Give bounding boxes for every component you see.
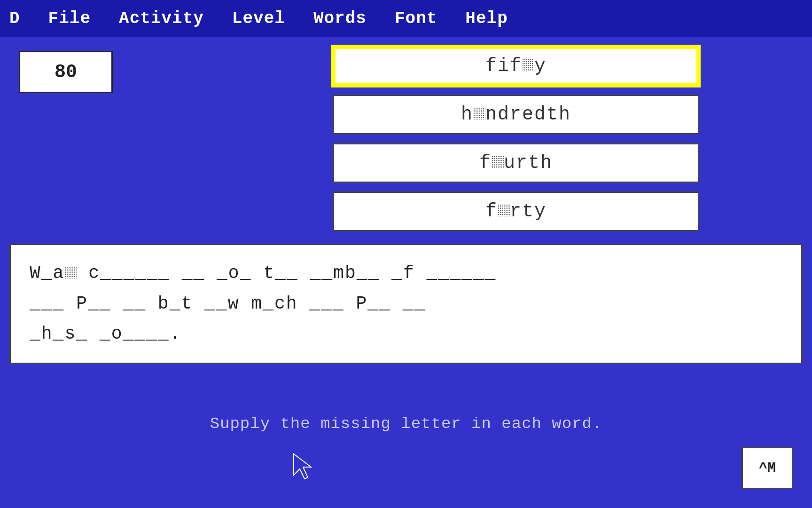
menu-activity[interactable]: Activity [119,9,204,28]
word-choice-fifty[interactable]: fify [333,46,699,86]
ctrl-m-button[interactable]: ^M [742,447,793,489]
missing-letter-icon [522,59,534,71]
instruction-text: Supply the missing letter in each word. [0,415,812,433]
missing-letter-icon [498,204,510,216]
menu-help[interactable]: Help [465,9,508,28]
menu-bar: D File Activity Level Words Font Help [0,0,812,37]
main-content: 80 fify hndredth furth frty W_a c______ … [0,37,812,508]
sentence-box: W_a c______ __ _o_ t__ __mb__ _f ______ … [9,244,803,364]
word-choices-container: fify hndredth furth frty [333,46,699,231]
word-choice-fourth[interactable]: furth [333,143,699,183]
missing-letter-icon [64,266,77,278]
word-fifty-text: fify [485,56,547,77]
word-choice-forty[interactable]: frty [333,191,699,231]
score-value: 80 [55,62,77,83]
missing-letter-icon [473,107,485,119]
word-choice-hundredth[interactable]: hndredth [333,95,699,135]
menu-level[interactable]: Level [232,9,285,28]
word-fourth-text: furth [479,152,553,174]
mouse-cursor [291,452,315,480]
svg-marker-0 [294,454,311,479]
ctrl-m-label: ^M [759,460,776,476]
word-hundredth-text: hndredth [461,104,571,125]
word-forty-text: frty [485,201,547,222]
missing-letter-icon [492,156,504,168]
menu-font[interactable]: Font [395,9,437,28]
sentence-content: W_a c______ __ _o_ t__ __mb__ _f ______ … [30,258,782,349]
menu-file[interactable]: File [48,9,91,28]
menu-d[interactable]: D [9,9,20,28]
menu-words[interactable]: Words [313,9,367,28]
score-box: 80 [19,51,113,93]
